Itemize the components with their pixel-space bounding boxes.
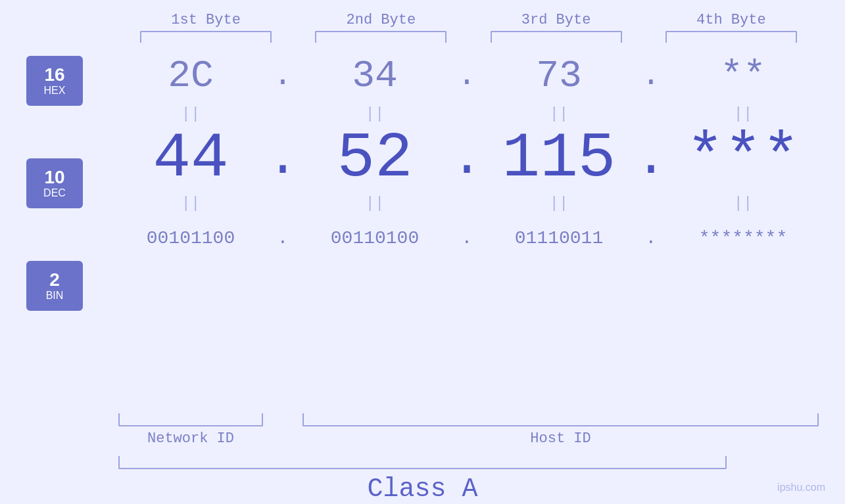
top-brackets-row [26, 31, 819, 43]
dec-badge: 10 DEC [26, 158, 83, 208]
dec-badge-num: 10 [44, 168, 64, 188]
byte1-header: 1st Byte [133, 12, 278, 28]
byte-headers-row: 1st Byte 2nd Byte 3rd Byte 4th Byte [26, 0, 819, 28]
hex-dot-3: . [631, 58, 671, 93]
bin-val-3: 01110011 [487, 228, 631, 248]
dec-eq-3: || [487, 195, 631, 212]
byte4-header: 4th Byte [659, 12, 804, 28]
bracket-byte1 [140, 31, 272, 43]
dec-dot-3: . [631, 129, 671, 189]
bin-val-4: ******** [671, 228, 815, 248]
bottom-area: Network ID Host ID Class A [26, 413, 819, 504]
hex-row: 2C . 34 . 73 . ** [118, 49, 819, 102]
bracket-byte4 [665, 31, 797, 43]
byte-headers-inner: 1st Byte 2nd Byte 3rd Byte 4th Byte [118, 12, 819, 28]
host-bracket [302, 413, 819, 426]
dec-dot-2: . [447, 129, 487, 189]
hex-val-4: ** [671, 55, 815, 97]
id-labels-row: Network ID Host ID [118, 430, 819, 447]
hex-eq-4: || [671, 105, 815, 123]
network-bracket [118, 413, 263, 426]
main-container: 1st Byte 2nd Byte 3rd Byte 4th Byte 16 H… [0, 0, 845, 504]
bracket-byte2 [315, 31, 447, 43]
bin-val-1: 00101100 [118, 228, 263, 248]
bin-dot-1: . [263, 228, 302, 248]
values-area: 2C . 34 . 73 . ** [118, 49, 819, 261]
labels-column: 16 HEX 10 DEC 2 BIN [26, 49, 118, 311]
hex-val-3: 73 [487, 55, 631, 97]
bottom-brackets [118, 413, 819, 426]
content-area: 16 HEX 10 DEC 2 BIN 2C . [26, 49, 819, 408]
header-spacer [26, 12, 118, 28]
bin-badge: 2 BIN [26, 261, 83, 311]
dec-eq-1: || [118, 195, 263, 212]
bin-badge-label: BIN [46, 290, 64, 302]
network-id-label: Network ID [118, 430, 263, 447]
hex-val-2: 34 [302, 55, 447, 97]
dec-eq-2: || [302, 195, 447, 212]
hex-eq-3: || [487, 105, 631, 123]
class-label-row: Class A [26, 474, 819, 504]
class-bracket [118, 456, 727, 469]
hex-badge: 16 HEX [26, 56, 83, 106]
byte3-header: 3rd Byte [484, 12, 629, 28]
host-bracket-spacer [263, 413, 302, 426]
hex-eq-2: || [302, 105, 447, 123]
bin-badge-num: 2 [49, 270, 60, 290]
dec-val-3: 115 [487, 123, 631, 195]
hex-eq-1: || [118, 105, 263, 123]
class-label: Class A [367, 474, 477, 504]
dec-val-2: 52 [302, 123, 447, 195]
full-bracket-row [118, 456, 819, 469]
hex-dot-1: . [263, 58, 302, 93]
dec-row: 44 . 52 . 115 . *** [118, 126, 819, 191]
bin-val-2: 00110100 [302, 228, 447, 248]
brackets-inner [118, 31, 819, 43]
bracket-byte3 [491, 31, 622, 43]
hex-badge-num: 16 [44, 65, 64, 85]
dec-eq-row: || || || || [118, 191, 819, 215]
dec-dot-1: . [263, 129, 302, 189]
host-id-spacer [263, 430, 302, 447]
dec-val-1: 44 [118, 123, 263, 195]
dec-badge-label: DEC [43, 187, 66, 199]
watermark: ipshu.com [777, 482, 825, 493]
dec-val-4: *** [671, 123, 815, 195]
hex-dot-2: . [447, 58, 487, 93]
hex-badge-label: HEX [44, 85, 66, 97]
bin-row: 00101100 . 00110100 . 01110011 . [118, 215, 819, 261]
byte2-header: 2nd Byte [308, 12, 453, 28]
dec-eq-4: || [671, 195, 815, 212]
hex-val-1: 2C [118, 55, 263, 97]
host-id-label: Host ID [302, 430, 819, 447]
bin-dot-3: . [631, 228, 671, 248]
bin-dot-2: . [447, 228, 487, 248]
